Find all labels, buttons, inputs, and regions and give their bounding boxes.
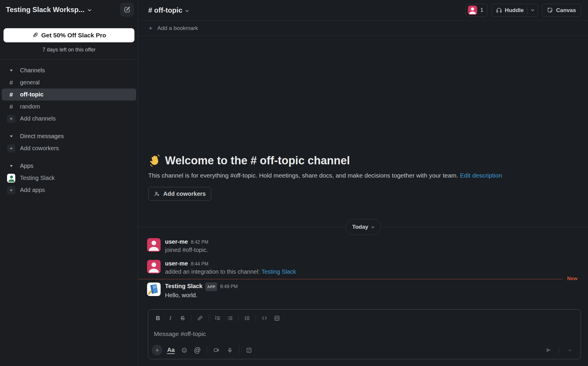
divider	[559, 347, 559, 354]
workspace-name: Testing Slack Worksp...	[6, 6, 84, 14]
message-content: user-me 8:44 PM added an integration to …	[165, 260, 296, 276]
code-button[interactable]	[258, 313, 271, 323]
at-icon: @	[194, 347, 201, 354]
member-avatar	[468, 6, 477, 15]
plus-icon	[7, 186, 15, 194]
channel-label: general	[20, 79, 40, 86]
new-messages-divider: New	[139, 279, 588, 280]
add-coworkers-label: Add coworkers	[20, 145, 59, 152]
member-count: 1	[480, 7, 483, 13]
add-apps-label: Add apps	[20, 187, 45, 193]
formatting-toggle-button[interactable]: Aa	[165, 345, 177, 356]
emoji-button[interactable]	[178, 345, 190, 356]
message-input[interactable]: Message #off-topic	[148, 324, 581, 337]
attach-button[interactable]	[152, 345, 162, 355]
edit-description-link[interactable]: Edit description	[460, 172, 502, 179]
send-button[interactable]	[542, 345, 554, 356]
today-label: Today	[352, 224, 368, 230]
workspace-switcher[interactable]: Testing Slack Worksp...	[6, 6, 92, 14]
ordered-list-button[interactable]	[211, 313, 224, 323]
send-options-button[interactable]	[564, 345, 576, 356]
huddle-button[interactable]: Huddle	[492, 4, 527, 16]
add-channels-button[interactable]: Add channels	[2, 113, 136, 125]
hash-icon: #	[7, 91, 15, 98]
channel-intro: Welcome to the # off-topic channel This …	[148, 154, 576, 200]
channel-title-button[interactable]: # off-topic	[148, 6, 189, 14]
message-author[interactable]: user-me	[165, 260, 188, 267]
new-message-button[interactable]	[120, 3, 134, 16]
chevron-down-icon	[185, 9, 189, 13]
sidebar-item-testing-slack-app[interactable]: Testing Slack	[2, 172, 136, 184]
message-text: Hello, world.	[165, 291, 238, 299]
new-line	[139, 279, 563, 279]
input-placeholder: Message #off-topic	[154, 330, 206, 337]
upgrade-offer-button[interactable]: Get 50% Off Slack Pro	[4, 28, 134, 42]
apps-section-header[interactable]: Apps	[2, 160, 136, 172]
message-content: user-me 8:42 PM joined #off-topic.	[165, 238, 208, 254]
message-text: added an integration to this channel: Te…	[165, 268, 296, 276]
message-timestamp[interactable]: 8:49 PM	[220, 283, 238, 290]
add-coworkers-button[interactable]: Add coworkers	[148, 187, 211, 200]
waving-hand-icon	[148, 154, 161, 167]
channels-section-header[interactable]: Channels	[2, 64, 136, 76]
member-count-button[interactable]: 1	[466, 4, 488, 17]
composer-actions: Aa @	[151, 343, 576, 357]
app-name-label: Testing Slack	[20, 175, 55, 181]
offer-note: 7 days left on this offer	[4, 47, 134, 53]
add-coworkers-button-sidebar[interactable]: Add coworkers	[2, 142, 136, 154]
message-text: joined #off-topic.	[165, 246, 208, 254]
divider	[191, 315, 191, 322]
plus-icon	[7, 115, 15, 123]
channel-nav: Channels # general # off-topic # random …	[0, 60, 138, 196]
dm-section-label: Direct messages	[20, 133, 64, 140]
workspace-header: Testing Slack Worksp...	[0, 0, 138, 19]
description-text: This channel is for everything #off-topi…	[148, 172, 458, 179]
divider	[209, 315, 209, 322]
add-bookmark-label: Add a bookmark	[157, 25, 198, 31]
message-timestamp[interactable]: 8:42 PM	[191, 238, 209, 246]
italic-button[interactable]: I	[164, 313, 176, 323]
avatar[interactable]	[147, 260, 161, 273]
channels-section-label: Channels	[20, 67, 45, 74]
channel-label: off-topic	[20, 91, 44, 98]
app-avatar[interactable]	[147, 283, 161, 296]
strikethrough-button[interactable]: S	[176, 313, 189, 323]
offer-button-label: Get 50% Off Slack Pro	[41, 32, 106, 39]
bulleted-list-button[interactable]	[224, 313, 236, 323]
sidebar-item-random[interactable]: # random	[2, 101, 136, 113]
blockquote-button[interactable]	[241, 313, 253, 323]
add-apps-button[interactable]: Add apps	[2, 184, 136, 196]
canvas-icon	[547, 7, 553, 13]
dm-section-header[interactable]: Direct messages	[2, 130, 136, 142]
add-channels-label: Add channels	[20, 115, 56, 122]
sidebar-item-off-topic[interactable]: # off-topic	[2, 88, 136, 101]
shortcuts-button[interactable]	[243, 345, 255, 356]
header-actions: 1 Huddle C	[466, 4, 581, 17]
sidebar-item-general[interactable]: # general	[2, 76, 136, 88]
huddle-label: Huddle	[505, 7, 524, 14]
today-divider-button[interactable]: Today	[346, 219, 381, 235]
bold-button[interactable]: B	[152, 313, 164, 323]
section-gap	[0, 154, 138, 160]
chevron-down-icon	[87, 8, 92, 12]
section-gap	[0, 125, 138, 130]
mention-button[interactable]: @	[191, 345, 204, 356]
message-author[interactable]: user-me	[165, 238, 188, 245]
canvas-button[interactable]: Canvas	[542, 4, 581, 17]
code-block-button[interactable]	[271, 313, 283, 323]
huddle-options-button[interactable]	[527, 4, 538, 16]
video-clip-button[interactable]	[210, 345, 223, 356]
message-timestamp[interactable]: 8:44 PM	[191, 260, 209, 268]
audio-clip-button[interactable]	[224, 345, 236, 356]
app-badge: APP	[205, 283, 217, 291]
rocket-icon	[32, 32, 38, 39]
avatar[interactable]	[147, 238, 161, 252]
caret-down-icon	[7, 134, 15, 138]
add-bookmark-bar[interactable]: Add a bookmark	[139, 21, 588, 36]
link-button[interactable]	[194, 313, 206, 323]
channel-label: random	[20, 103, 40, 110]
message-author[interactable]: Testing Slack	[165, 283, 202, 290]
headphones-icon	[496, 7, 502, 13]
compose-icon	[124, 6, 131, 13]
integration-link[interactable]: Testing Slack	[261, 268, 296, 275]
